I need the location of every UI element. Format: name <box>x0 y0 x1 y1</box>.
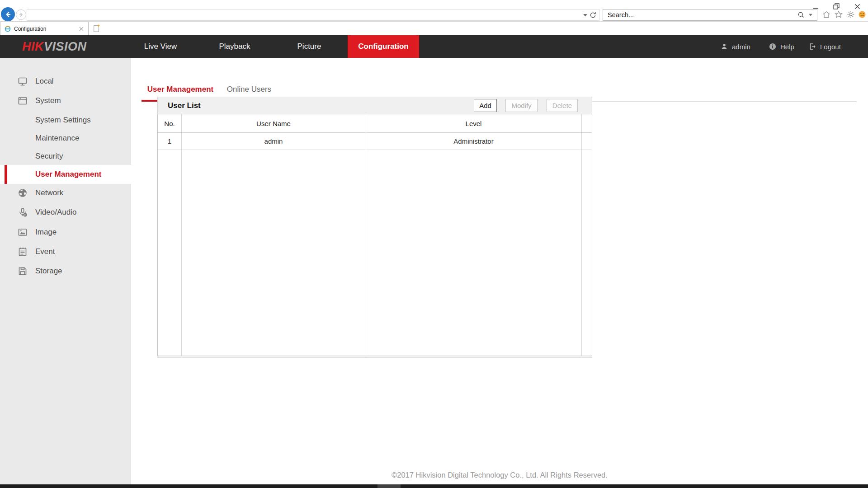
sidebar-item-local[interactable]: Local <box>0 72 131 91</box>
microphone-icon <box>17 207 28 218</box>
sidebar-item-event[interactable]: Event <box>0 242 131 261</box>
panel-title: User List <box>168 101 201 110</box>
search-box[interactable] <box>603 9 817 21</box>
image-icon <box>17 227 28 238</box>
browser-back-button[interactable] <box>1 7 15 21</box>
table-row[interactable]: 1 admin Administrator <box>158 133 592 150</box>
event-calendar-icon <box>17 246 28 257</box>
account-user[interactable]: admin <box>720 35 750 58</box>
window-restore-button[interactable] <box>830 1 843 12</box>
user-table: No. User Name Level 1 admin Administrato… <box>157 114 592 356</box>
search-input[interactable] <box>608 10 775 20</box>
sidebar-item-image[interactable]: Image <box>0 223 131 242</box>
monitor-icon <box>17 76 28 87</box>
back-arrow-icon <box>4 10 13 19</box>
sidebar-item-system-settings[interactable]: System Settings <box>0 111 131 130</box>
browser-forward-button[interactable] <box>16 9 26 20</box>
add-button[interactable]: Add <box>474 99 497 112</box>
header-no: No. <box>158 114 181 132</box>
copyright-footer: ©2017 Hikvision Digital Technology Co., … <box>131 471 868 479</box>
column-divider <box>581 114 582 356</box>
address-bar[interactable] <box>27 9 599 21</box>
nav-playback[interactable]: Playback <box>208 35 262 58</box>
sidebar-item-storage[interactable]: Storage <box>0 262 131 281</box>
selected-indicator <box>5 165 7 184</box>
sidebar-item-user-management[interactable]: User Management <box>0 165 131 184</box>
cell-no: 1 <box>158 133 181 150</box>
main-navbar: HIKVISION Live View Playback Picture Con… <box>0 35 868 58</box>
tab-close-icon[interactable] <box>79 27 84 31</box>
sidebar-item-video-audio[interactable]: Video/Audio <box>0 203 131 222</box>
storage-floppy-icon <box>17 266 28 277</box>
window-minimize-button[interactable] <box>809 1 822 12</box>
sidebar: Local System System Settings Maintenance… <box>0 58 131 484</box>
search-icon[interactable] <box>797 11 805 19</box>
user-list-panel-header: User List Add Modify Delete <box>157 97 592 114</box>
hikvision-logo: HIKVISION <box>22 35 87 58</box>
sidebar-item-security[interactable]: Security <box>0 147 131 166</box>
column-divider <box>181 114 182 356</box>
table-bottom-shadow <box>157 357 592 358</box>
logout-icon <box>808 42 816 51</box>
nav-live-view[interactable]: Live View <box>133 35 188 58</box>
row-divider <box>158 150 592 150</box>
hikvision-web-app: Configuration HIKVISION Live View Playba… <box>0 0 868 488</box>
info-icon <box>769 42 777 51</box>
cell-user-name: admin <box>181 133 366 150</box>
nav-configuration[interactable]: Configuration <box>348 35 419 58</box>
search-dropdown-icon[interactable] <box>809 14 812 16</box>
forward-arrow-icon <box>18 11 24 18</box>
user-icon <box>720 42 728 51</box>
nav-picture[interactable]: Picture <box>282 35 336 58</box>
new-tab-button[interactable] <box>91 23 102 34</box>
help-link[interactable]: Help <box>769 35 794 58</box>
ie-favicon <box>4 25 11 33</box>
logo-vision: VISION <box>44 40 87 54</box>
system-window-icon <box>17 95 28 106</box>
cell-level: Administrator <box>366 133 581 150</box>
browser-tab-bar: Configuration <box>0 22 868 35</box>
refresh-icon[interactable] <box>589 11 597 19</box>
sidebar-item-maintenance[interactable]: Maintenance <box>0 129 131 148</box>
modify-button[interactable]: Modify <box>505 99 538 112</box>
browser-toolbar <box>0 0 868 22</box>
address-dropdown-icon[interactable] <box>583 14 587 17</box>
sidebar-item-network[interactable]: Network <box>0 183 131 202</box>
browser-tab-configuration[interactable]: Configuration <box>0 22 89 35</box>
logout-link[interactable]: Logout <box>808 35 841 58</box>
sidebar-item-system[interactable]: System <box>0 91 131 110</box>
column-divider <box>366 114 366 356</box>
taskbar-edge <box>0 484 868 488</box>
tab-title: Configuration <box>14 26 79 32</box>
window-close-button[interactable] <box>850 1 864 12</box>
address-input[interactable] <box>30 10 572 20</box>
globe-icon <box>17 188 28 198</box>
header-level: Level <box>366 114 581 132</box>
logo-hik: HIK <box>22 40 44 54</box>
header-user-name: User Name <box>181 114 366 132</box>
delete-button[interactable]: Delete <box>547 99 578 112</box>
taskbar-active-segment <box>377 484 401 488</box>
